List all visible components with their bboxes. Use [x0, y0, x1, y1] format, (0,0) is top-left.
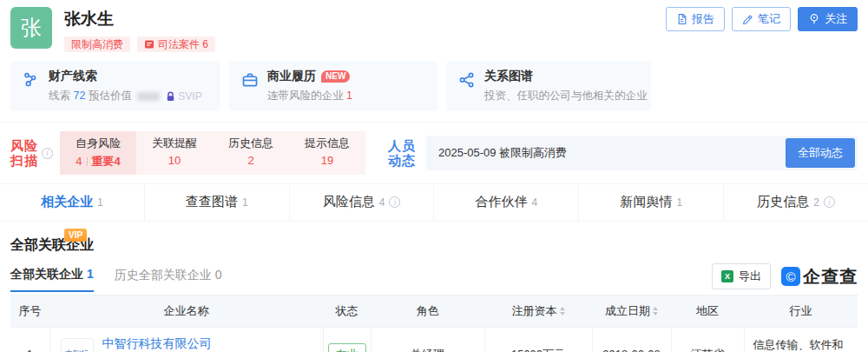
col-company: 企业名称: [49, 296, 323, 328]
tab-history-info[interactable]: 历史信息2 i: [723, 184, 868, 221]
follow-button[interactable]: 关注: [798, 7, 858, 31]
pencil-icon: [742, 14, 753, 25]
col-date-sort[interactable]: 成立日期: [592, 296, 671, 328]
sub-tabs-row: 全部关联企业1 历史全部关联企业0 X 导出 © 企查查: [10, 263, 858, 295]
info-icon[interactable]: i: [824, 196, 835, 208]
card-title: 财产线索: [49, 69, 202, 84]
export-button[interactable]: X 导出: [712, 263, 771, 289]
page-title: 张水生: [64, 8, 215, 30]
col-index: 序号: [10, 296, 49, 328]
sort-icon[interactable]: [560, 307, 565, 315]
col-region: 地区: [671, 296, 744, 328]
tag-judicial-cases[interactable]: 司法案件 6: [137, 37, 215, 52]
summary-cards: 财产线索 线索 72 预估价值 SVIP 商业履历 NEW: [0, 56, 868, 122]
card-relationship-graph[interactable]: 关系图谱 投资、任职的公司与他相关的企业: [446, 61, 651, 111]
avatar: 张: [10, 7, 52, 49]
card-desc: 线索 72 预估价值 SVIP: [49, 89, 202, 103]
masked-value: [137, 92, 160, 101]
report-button[interactable]: 报告: [666, 7, 725, 31]
personnel-dynamics-label: 人员 动态: [388, 138, 416, 169]
note-button[interactable]: 笔记: [732, 7, 791, 31]
risk-tab-history-info[interactable]: 历史信息 2: [213, 131, 289, 175]
all-dynamics-button[interactable]: 全部动态: [786, 138, 855, 168]
cell-capital: 15000万元: [484, 328, 592, 352]
subtab-all-related[interactable]: 全部关联企业1: [10, 267, 94, 292]
company-link[interactable]: 中智行科技有限公司: [102, 336, 231, 352]
risk-tab-self-risk[interactable]: 自身风险 4重要4: [60, 131, 136, 175]
svip-label: SVIP: [178, 90, 201, 103]
col-industry: 行业: [744, 296, 858, 328]
tab-partners[interactable]: 合作伙伴4: [433, 184, 578, 221]
status-badge[interactable]: 在业: [328, 343, 366, 352]
card-business-history[interactable]: 商业履历 NEW 连带风险的企业 1: [229, 61, 437, 111]
cell-date: 2018-06-08: [592, 328, 671, 352]
case-file-icon: [144, 39, 155, 50]
card-desc: 投资、任职的公司与他相关的企业: [484, 89, 648, 103]
risk-scan-row: 风险 扫描 i 自身风险 4重要4 关联提醒 10 历史信息 2 提示信息 19…: [0, 122, 868, 183]
profile-header: 张 张水生 限制高消费 司法案件 6 报告: [0, 0, 868, 56]
excel-icon: X: [721, 270, 733, 282]
col-capital-sort[interactable]: 注册资本: [484, 296, 592, 328]
cell-industry: 信息传输、软件和信息技术服务业: [744, 328, 858, 352]
risk-tab-related-alerts[interactable]: 关联提醒 10: [136, 131, 213, 175]
cell-company: 中智行 中智行科技有限公司 被执行人 限制高消费: [50, 336, 323, 352]
cell-status: 在业: [323, 328, 371, 352]
document-icon: [676, 13, 687, 25]
follow-icon: [808, 13, 820, 25]
risk-tab-hint-info[interactable]: 提示信息 19: [289, 131, 365, 175]
tag-consumption-restriction[interactable]: 限制高消费: [64, 37, 130, 52]
col-status: 状态: [323, 296, 371, 328]
main-tabs: 相关企业1 查查图谱1 风险信息4 i 合作伙伴4 新闻舆情1 历史信息2 i: [0, 183, 868, 222]
cell-index: 1: [10, 328, 49, 352]
info-icon[interactable]: i: [42, 148, 53, 159]
sort-icon[interactable]: [653, 307, 658, 315]
tab-chacha-graph[interactable]: 查查图谱1: [144, 184, 289, 221]
table-header-row: 序号 企业名称 状态 角色 注册资本 成立日期 地区 行业: [10, 296, 858, 328]
related-companies-table: 序号 企业名称 状态 角色 注册资本 成立日期 地区 行业: [10, 295, 858, 352]
cell-role: 总经理: [371, 328, 484, 352]
person-tags: 限制高消费 司法案件 6: [64, 37, 215, 52]
risk-tabs: 自身风险 4重要4 关联提醒 10 历史信息 2 提示信息 19: [60, 131, 365, 175]
cell-region: 江苏省: [671, 328, 744, 352]
brand-icon: ©: [781, 267, 800, 286]
table-row: 1 中智行 中智行科技有限公司 被执行人 限制高消费: [10, 328, 858, 352]
share-network-icon: [458, 71, 476, 89]
new-badge: NEW: [321, 70, 350, 83]
lock-icon: [166, 91, 175, 102]
clue-nodes-icon: [23, 71, 40, 89]
card-property-clues[interactable]: 财产线索 线索 72 预估价值 SVIP: [10, 61, 220, 111]
card-title: 关系图谱: [484, 69, 648, 84]
section-head: VIP 全部关联企业: [10, 229, 94, 255]
company-logo: 中智行: [61, 338, 94, 352]
qichacha-logo: © 企查查: [781, 265, 858, 289]
card-title: 商业履历 NEW: [267, 69, 352, 84]
card-desc: 连带风险的企业 1: [267, 89, 352, 103]
vip-badge: VIP: [64, 229, 87, 242]
tab-news-sentiment[interactable]: 新闻舆情1: [578, 184, 723, 221]
personnel-event-bar: 2025-05-09 被限制高消费 全部动态: [426, 136, 858, 170]
personnel-event[interactable]: 2025-05-09 被限制高消费: [438, 145, 567, 161]
col-role: 角色: [371, 296, 484, 328]
info-icon[interactable]: i: [389, 196, 400, 208]
risk-scan-label: 风险 扫描: [10, 138, 38, 169]
subtab-history-related[interactable]: 历史全部关联企业0: [115, 268, 222, 291]
briefcase-icon: [241, 71, 259, 89]
tab-related-companies[interactable]: 相关企业1: [0, 184, 144, 221]
tab-risk-info[interactable]: 风险信息4 i: [289, 184, 434, 221]
